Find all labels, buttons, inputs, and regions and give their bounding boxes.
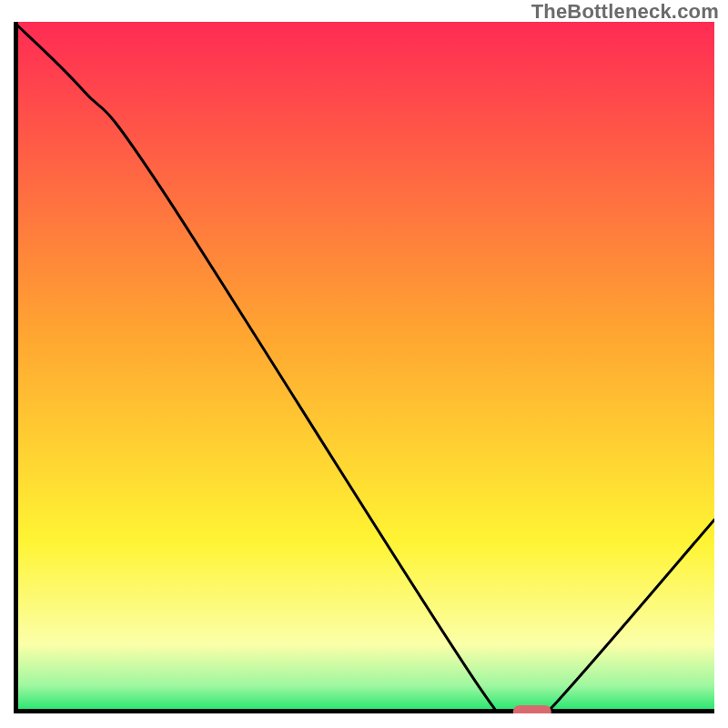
watermark-text: TheBottleneck.com [531,0,719,24]
chart-container: TheBottleneck.com [0,0,728,728]
chart-plot [14,22,714,713]
heat-gradient [14,22,714,713]
y-axis [14,22,18,713]
x-axis [14,709,714,713]
